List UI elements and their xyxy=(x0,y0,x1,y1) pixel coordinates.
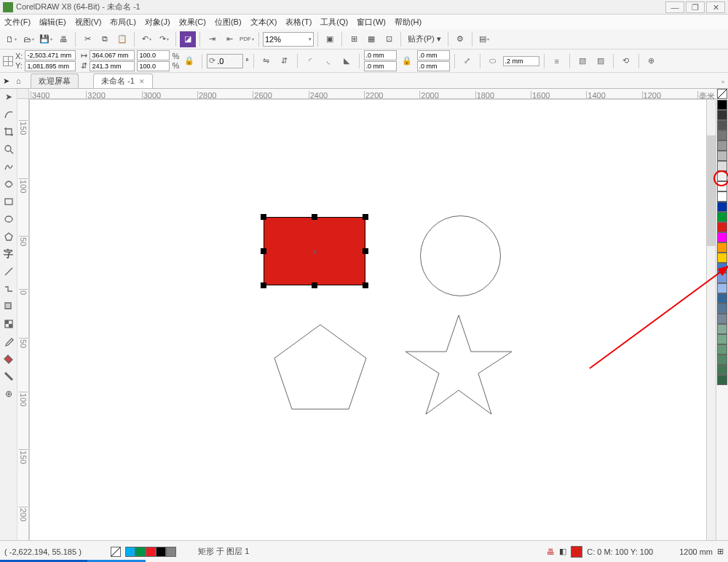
corner-scallop-icon[interactable]: ◟ xyxy=(320,53,336,69)
show-rulers-button[interactable]: ⊞ xyxy=(346,31,362,47)
tab-document[interactable]: 未命名 -1✕ xyxy=(93,74,153,88)
tab-close-icon[interactable]: ✕ xyxy=(139,78,145,85)
no-color-swatch[interactable] xyxy=(717,89,727,99)
rotation-input[interactable]: .0 xyxy=(207,54,243,68)
ellipse-tool[interactable] xyxy=(2,213,15,226)
selection-handle[interactable] xyxy=(312,282,317,288)
corner-tl-input[interactable] xyxy=(364,50,397,60)
scale-y-input[interactable] xyxy=(137,61,170,71)
color-swatch[interactable] xyxy=(717,232,727,242)
outline-width-input[interactable] xyxy=(503,56,539,66)
import-button[interactable]: ⇥ xyxy=(204,31,220,47)
palette-collapse-icon[interactable]: » xyxy=(718,79,728,87)
canvas[interactable]: × xyxy=(29,99,716,543)
color-swatch[interactable] xyxy=(717,130,727,140)
doc-color-swatch[interactable] xyxy=(135,547,146,557)
menu-window[interactable]: 窗口(W) xyxy=(357,17,386,28)
printer-icon[interactable]: 🖶 xyxy=(547,547,555,556)
horizontal-ruler[interactable]: 3400320030002800260024002200200018001600… xyxy=(29,89,716,99)
selection-handle[interactable] xyxy=(363,214,368,220)
color-swatch[interactable] xyxy=(717,222,727,232)
color-swatch[interactable] xyxy=(717,355,727,365)
color-swatch[interactable] xyxy=(717,324,727,334)
to-front-button[interactable]: ▧ xyxy=(574,53,590,69)
color-swatch[interactable] xyxy=(717,365,727,375)
ruler-origin[interactable] xyxy=(17,89,29,99)
width-input[interactable] xyxy=(90,50,135,60)
undo-button[interactable]: ↶ xyxy=(138,31,154,47)
relative-scale-button[interactable]: ⤢ xyxy=(459,53,475,69)
menu-help[interactable]: 帮助(H) xyxy=(395,17,422,28)
mirror-v-button[interactable]: ⇵ xyxy=(277,53,293,69)
copy-button[interactable]: ⧉ xyxy=(97,31,113,47)
doc-color-swatch[interactable] xyxy=(156,547,166,557)
show-guidelines-button[interactable]: ⊡ xyxy=(381,31,397,47)
corner-tr-input[interactable] xyxy=(417,50,450,60)
color-swatch[interactable] xyxy=(717,242,727,253)
crop-tool[interactable] xyxy=(2,125,15,138)
convert-curves-button[interactable]: ⟲ xyxy=(618,53,634,69)
color-swatch[interactable] xyxy=(717,161,727,171)
color-swatch[interactable] xyxy=(717,140,727,151)
eyedropper-tool[interactable] xyxy=(2,335,15,348)
pentagon-shape[interactable] xyxy=(273,323,368,411)
transparency-tool[interactable] xyxy=(2,317,15,331)
doc-color-swatch[interactable] xyxy=(166,547,176,557)
scale-x-input[interactable] xyxy=(137,50,170,60)
pick-tool[interactable]: ➤ xyxy=(2,90,15,103)
color-swatch[interactable] xyxy=(717,263,727,273)
selection-handle[interactable] xyxy=(363,248,368,254)
menu-object[interactable]: 对象(J) xyxy=(145,17,170,28)
fill-tool[interactable] xyxy=(2,352,15,365)
lock-ratio-button[interactable]: 🔒 xyxy=(181,53,197,69)
cut-button[interactable]: ✂ xyxy=(79,31,95,47)
zoom-tool[interactable] xyxy=(2,143,15,156)
quick-customize-tool[interactable]: ⊕ xyxy=(2,387,15,400)
menu-bitmap[interactable]: 位图(B) xyxy=(215,17,242,28)
star-shape[interactable] xyxy=(404,314,513,419)
vertical-scrollbar[interactable] xyxy=(706,99,716,543)
doc-palette-none[interactable] xyxy=(111,547,121,557)
menu-view[interactable]: 视图(V) xyxy=(75,17,102,28)
color-swatch[interactable] xyxy=(717,181,727,191)
options-button[interactable]: ⚙ xyxy=(452,31,468,47)
color-swatch[interactable] xyxy=(717,283,727,293)
selection-handle[interactable] xyxy=(261,282,266,288)
export-button[interactable]: ⇤ xyxy=(221,31,237,47)
wrap-text-button[interactable]: ≡ xyxy=(549,53,565,69)
restore-button[interactable]: ❐ xyxy=(686,1,705,13)
menu-layout[interactable]: 布局(L) xyxy=(110,17,135,28)
text-tool[interactable]: 字 xyxy=(2,248,15,261)
fullscreen-button[interactable]: ▣ xyxy=(322,31,338,47)
parallel-dim-tool[interactable] xyxy=(2,265,15,278)
connector-tool[interactable] xyxy=(2,282,15,296)
print-button[interactable]: 🖶 xyxy=(55,31,71,47)
to-back-button[interactable]: ▨ xyxy=(593,53,609,69)
color-swatch[interactable] xyxy=(717,212,727,222)
color-swatch[interactable] xyxy=(717,120,727,130)
color-swatch[interactable] xyxy=(717,202,727,212)
doc-color-swatch[interactable] xyxy=(125,547,135,557)
menu-tools[interactable]: 工具(Q) xyxy=(320,17,348,28)
menu-edit[interactable]: 编辑(E) xyxy=(39,17,66,28)
corner-lock-button[interactable]: 🔒 xyxy=(399,53,415,69)
selected-rectangle-shape[interactable]: × xyxy=(264,217,365,285)
color-swatch[interactable] xyxy=(717,375,727,385)
fill-swatch[interactable] xyxy=(571,546,582,558)
snap-label[interactable]: 贴齐(P) ▾ xyxy=(405,33,444,44)
pdf-button[interactable]: PDF xyxy=(239,31,255,47)
search-content-button[interactable]: ◪ xyxy=(180,31,196,47)
selection-handle[interactable] xyxy=(312,214,317,220)
open-button[interactable]: 🗁 xyxy=(20,31,36,47)
tab-welcome[interactable]: 欢迎屏幕 xyxy=(31,74,79,88)
color-swatch[interactable] xyxy=(717,304,727,314)
color-swatch[interactable] xyxy=(717,334,727,344)
selection-handle[interactable] xyxy=(261,248,266,254)
shape-tool[interactable] xyxy=(2,108,15,121)
corner-bl-input[interactable] xyxy=(364,61,397,71)
color-swatch[interactable] xyxy=(717,344,727,355)
zoom-level-select[interactable]: 12% xyxy=(263,32,314,47)
launch-app-button[interactable]: ▤ xyxy=(476,31,492,47)
quick-customize-button[interactable]: ⊕ xyxy=(644,53,660,69)
minimize-button[interactable]: — xyxy=(665,1,684,13)
